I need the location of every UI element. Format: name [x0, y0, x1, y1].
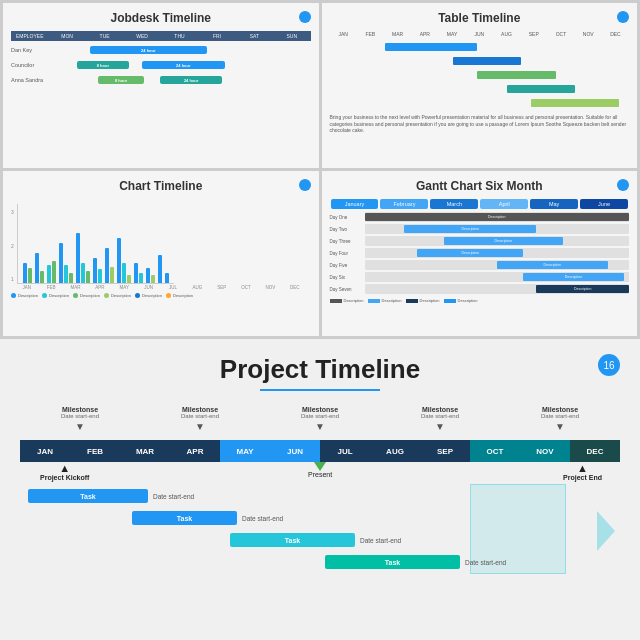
ct-bar-2a: [35, 253, 39, 283]
ct-bar-8a: [117, 238, 121, 283]
ct-group-11: [158, 255, 162, 283]
tasks-area: Task Date start-end Task Date start-end …: [20, 484, 620, 574]
milestone-date-1: Date start-end: [61, 413, 99, 419]
tt-bars-2: [385, 56, 630, 66]
gantt-month-feb: February: [380, 199, 428, 209]
tt-month-dec: DEC: [602, 31, 629, 37]
table-timeline-title: Table Timeline: [330, 11, 630, 25]
tt-bar-5: [531, 99, 619, 107]
month-mar: MAR: [120, 440, 170, 462]
gantt-dot[interactable]: [617, 179, 629, 191]
ct-label-jan: JAN: [16, 285, 37, 290]
milestone-arrow-2: ▼: [181, 421, 219, 432]
jd-bars-2: 8 hour 24 hour: [51, 59, 311, 71]
tt-bars-3: [385, 70, 630, 80]
gantt-fill-7: Description: [536, 285, 629, 293]
tt-content: JAN FEB MAR APR MAY JUN AUG SEP OCT NOV …: [330, 31, 630, 134]
task-date-3: Date start-end: [360, 537, 401, 544]
ct-group-5: [76, 233, 90, 283]
milestone-arrow-5: ▼: [541, 421, 579, 432]
task-row-2: Task Date start-end: [132, 511, 283, 525]
gantt-legend-bar-2: [368, 299, 380, 303]
jd-row-1: Dan Key 24 hour: [11, 44, 311, 56]
task-bar-4: Task: [325, 555, 460, 569]
tt-month-oct: OCT: [547, 31, 574, 37]
gantt-panel: Gantt Chart Six Month January February M…: [322, 171, 638, 336]
gantt-row-5: Day Five Description: [330, 260, 630, 270]
gantt-row-2: Day Two Description: [330, 224, 630, 234]
ct-chart: [17, 204, 174, 284]
milestone-date-5: Date start-end: [541, 413, 579, 419]
gantt-row-1: Day One Description: [330, 212, 630, 222]
tt-bar-3: [477, 71, 555, 79]
ct-chart-area: 3 2 1: [11, 199, 311, 284]
ct-legend-5: Description: [135, 293, 162, 298]
marker-kickoff: ▲ Project Kickoff: [40, 462, 89, 481]
gantt-row-3: Day Three Description: [330, 236, 630, 246]
gantt-legend-text-2: Description: [382, 298, 402, 303]
task-date-4: Date start-end: [465, 559, 506, 566]
gantt-track-1: Description: [365, 212, 630, 222]
tt-month-apr: APR: [411, 31, 438, 37]
gantt-fill-4: Description: [417, 249, 523, 257]
task-bar-1: Task: [28, 489, 148, 503]
jobdesk-dot[interactable]: [299, 11, 311, 23]
milestone-title-4: Milestonse: [421, 406, 459, 413]
ct-label-aug: AUG: [187, 285, 208, 290]
jd-col-sun: SUN: [273, 33, 310, 39]
month-sep: SEP: [420, 440, 470, 462]
ct-group-6: [93, 258, 102, 283]
ct-legend-dot-1: [11, 293, 16, 298]
month-dec: DEC: [570, 440, 620, 462]
jd-col-mon: MON: [48, 33, 85, 39]
ct-label-jul: JUL: [162, 285, 183, 290]
ct-x-labels: JAN FEB MAR APR MAY JUN JUL AUG SEP OCT …: [11, 284, 311, 290]
gantt-fill-5: Description: [497, 261, 608, 269]
ct-legend-label-6: Description: [173, 293, 193, 298]
milestone-5: Milestonse Date start-end ▼: [541, 406, 579, 432]
tt-row-4: [330, 84, 630, 94]
kickoff-arrow: ▲: [59, 462, 70, 474]
chart-timeline-dot[interactable]: [299, 179, 311, 191]
jd-bar-1a: 24 hour: [90, 46, 207, 54]
gantt-month-may: May: [530, 199, 578, 209]
ct-bar-10a: [146, 268, 150, 283]
tt-bars-5: [385, 98, 630, 108]
gantt-fill-6: Description: [523, 273, 624, 281]
ct-legend-3: Description: [73, 293, 100, 298]
milestone-date-2: Date start-end: [181, 413, 219, 419]
jobdesk-panel: Jobdesk Timeline EMPLOYEE MON TUE WED TH…: [3, 3, 319, 168]
table-timeline-dot[interactable]: [617, 11, 629, 23]
milestone-title-1: Milestonse: [61, 406, 99, 413]
ct-group-1: [23, 263, 32, 283]
tt-month-sep: SEP: [520, 31, 547, 37]
gantt-track-4: Description: [365, 248, 630, 258]
gantt-legend-bar-4: [444, 299, 456, 303]
ct-group-4: [59, 243, 73, 283]
gantt-month-jan: January: [331, 199, 379, 209]
tt-bars-1: [385, 42, 630, 52]
gantt-legend-bar-3: [406, 299, 418, 303]
tt-month-mar: MAR: [384, 31, 411, 37]
ct-bar-9a: [134, 263, 138, 283]
end-label: Project End: [563, 474, 602, 481]
ct-bar-11a: [158, 255, 162, 283]
ct-group-12: [165, 273, 169, 283]
table-timeline-panel: Table Timeline JAN FEB MAR APR MAY JUN A…: [322, 3, 638, 168]
ct-group-9: [134, 263, 143, 283]
ct-bar-5c: [86, 271, 90, 283]
ct-legend-dot-3: [73, 293, 78, 298]
ct-label-dec: DEC: [284, 285, 305, 290]
milestone-2: Milestonse Date start-end ▼: [181, 406, 219, 432]
ct-bar-1a: [23, 263, 27, 283]
chart-timeline-title: Chart Timeline: [11, 179, 311, 193]
month-oct: OCT: [470, 440, 520, 462]
month-jul: JUL: [320, 440, 370, 462]
ct-legend-label-1: Description: [18, 293, 38, 298]
milestone-arrow-4: ▼: [421, 421, 459, 432]
tt-row-1: [330, 42, 630, 52]
gantt-fill-1: Description: [365, 213, 630, 221]
ct-legend-6: Description: [166, 293, 193, 298]
tt-month-jan: JAN: [330, 31, 357, 37]
gantt-month-mar: March: [430, 199, 478, 209]
